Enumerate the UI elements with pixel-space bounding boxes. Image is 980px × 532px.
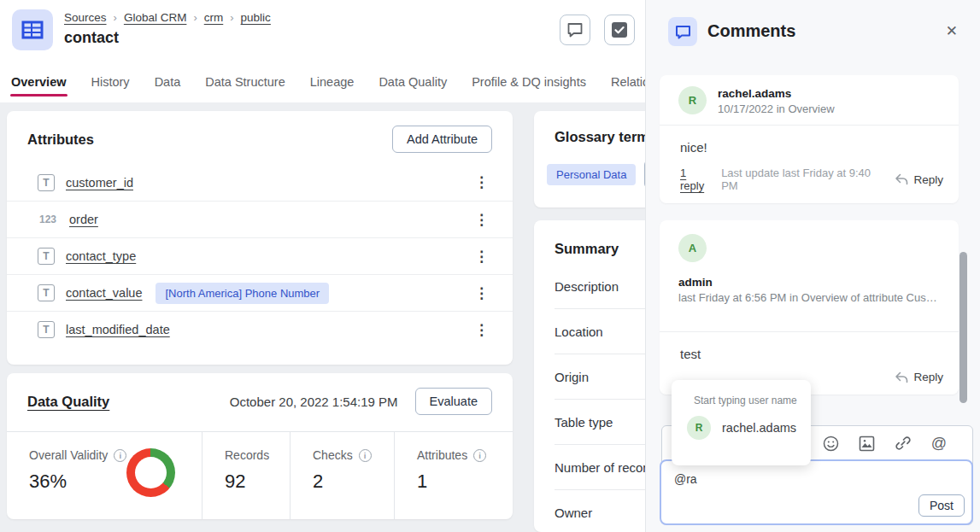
app-root: Sources › Global CRM › crm › public cont…	[0, 0, 980, 532]
attribute-row: T contact_value [North America] Phone Nu…	[7, 274, 513, 311]
reply-arrow-icon	[895, 371, 908, 383]
mention-hint: Start typing user name	[672, 380, 811, 406]
attributes-list: T customer_id ⋮ 123 order ⋮ T contact_ty…	[7, 164, 513, 348]
avatar: A	[678, 234, 707, 262]
avatar: R	[678, 86, 707, 114]
info-icon[interactable]: i	[473, 449, 486, 462]
kebab-menu-icon[interactable]: ⋮	[474, 213, 489, 227]
attribute-row: 123 order ⋮	[7, 201, 513, 237]
comment-meta: 10/17/2022 in Overview	[718, 102, 835, 115]
attribute-link[interactable]: order	[69, 213, 98, 226]
comment-body: nice!	[660, 126, 959, 155]
mention-option-name: rachel.adams	[722, 421, 796, 435]
comments-toggle-button[interactable]	[560, 15, 590, 45]
mention-option-rachel-adams[interactable]: R rachel.adams	[687, 416, 811, 440]
text-type-icon: T	[38, 174, 55, 191]
reply-button[interactable]: Reply	[895, 371, 943, 383]
comments-panel-title: Comments	[707, 21, 795, 41]
tab-bar: Overview History Data Data Structure Lin…	[0, 61, 645, 102]
number-type-icon: 123	[38, 213, 58, 225]
data-quality-timestamp: October 20, 2022 1:54:19 PM	[230, 395, 398, 409]
comment-bubble-icon	[675, 25, 691, 39]
comment-card: R rachel.adams 10/17/2022 in Overview ni…	[660, 75, 959, 203]
attribute-row: T customer_id ⋮	[7, 164, 513, 201]
image-icon[interactable]	[859, 436, 875, 452]
reply-arrow-icon	[895, 173, 908, 185]
attributes-card: Attributes Add Attribute T customer_id ⋮…	[7, 111, 513, 365]
post-button[interactable]: Post	[918, 494, 965, 517]
stat-label: Attributes	[417, 448, 467, 462]
attribute-row: T last_modified_date ⋮	[7, 311, 513, 348]
tab-overview[interactable]: Overview	[10, 63, 67, 101]
chevron-separator: ›	[230, 11, 233, 24]
comment-author: rachel.adams	[718, 86, 835, 100]
scrollbar-thumb[interactable]	[959, 252, 967, 403]
link-icon[interactable]	[895, 435, 912, 452]
data-quality-stats: Overall Validity i 36% Records 92 Checks	[7, 431, 513, 519]
glossary-term-tag[interactable]: [North America] Phone Number	[156, 283, 329, 304]
glossary-terms-title: Glossary terms	[555, 129, 657, 145]
stat-records: Records 92	[202, 432, 290, 519]
kebab-menu-icon[interactable]: ⋮	[474, 249, 489, 264]
table-asset-icon	[12, 9, 53, 50]
mention-dropdown: Start typing user name R rachel.adams	[672, 380, 811, 465]
tasks-toggle-button[interactable]	[604, 15, 635, 45]
reply-button[interactable]: Reply	[895, 173, 943, 186]
evaluate-button[interactable]: Evaluate	[415, 388, 492, 415]
chevron-separator: ›	[193, 11, 197, 24]
page-title: contact	[64, 29, 119, 47]
table-icon	[21, 20, 44, 39]
stat-value: 36%	[29, 471, 202, 493]
kebab-menu-icon[interactable]: ⋮	[474, 323, 489, 337]
tab-data-structure[interactable]: Data Structure	[204, 63, 286, 101]
tab-data-quality[interactable]: Data Quality	[378, 63, 448, 101]
breadcrumb-public[interactable]: public	[241, 11, 271, 24]
stat-value: 1	[417, 471, 513, 493]
chevron-separator: ›	[114, 11, 117, 24]
tab-profile-dq-insights[interactable]: Profile & DQ insights	[471, 63, 587, 101]
attribute-link[interactable]: last_modified_date	[66, 323, 170, 336]
tab-lineage[interactable]: Lineage	[309, 63, 355, 101]
stat-label: Checks	[313, 448, 353, 462]
avatar: R	[687, 416, 711, 440]
info-icon[interactable]: i	[359, 449, 372, 462]
stat-label: Records	[225, 448, 269, 462]
kebab-menu-icon[interactable]: ⋮	[474, 286, 489, 301]
stat-overall-validity: Overall Validity i 36%	[7, 432, 202, 519]
comments-panel: Comments ✕ R rachel.adams 10/17/2022 in …	[645, 0, 980, 532]
attributes-title: Attributes	[27, 132, 94, 148]
replies-link[interactable]: 1 reply	[680, 167, 713, 192]
info-icon[interactable]: i	[114, 449, 126, 462]
stat-value: 2	[313, 471, 394, 493]
glossary-term-tag[interactable]: Personal Data	[547, 164, 636, 185]
attribute-link[interactable]: customer_id	[66, 176, 133, 190]
attribute-link[interactable]: contact_type	[66, 249, 136, 263]
main-region: Sources › Global CRM › crm › public cont…	[0, 0, 645, 532]
kebab-menu-icon[interactable]: ⋮	[474, 175, 489, 190]
stat-label: Overall Validity	[29, 448, 108, 462]
stat-value: 92	[225, 471, 290, 493]
comment-body: test	[660, 332, 959, 361]
comment-input[interactable]: @ra Post	[660, 459, 973, 525]
breadcrumb-global-crm[interactable]: Global CRM	[124, 11, 187, 24]
comment-author: admin	[678, 275, 959, 289]
mention-icon[interactable]: @	[931, 435, 947, 453]
comment-bubble-icon	[566, 22, 584, 38]
task-check-icon	[611, 21, 628, 38]
data-quality-title-link[interactable]: Data Quality	[27, 394, 109, 410]
tab-data[interactable]: Data	[154, 63, 182, 101]
comment-meta: last Friday at 6:56 PM in Overview of at…	[678, 291, 938, 304]
breadcrumb: Sources › Global CRM › crm › public	[64, 11, 271, 24]
emoji-icon[interactable]	[823, 436, 839, 452]
breadcrumb-sources[interactable]: Sources	[64, 11, 107, 24]
comments-panel-icon	[668, 17, 697, 46]
add-attribute-button[interactable]: Add Attribute	[392, 126, 492, 153]
asset-header: Sources › Global CRM › crm › public cont…	[0, 0, 645, 61]
close-icon[interactable]: ✕	[946, 22, 958, 40]
reply-label: Reply	[913, 371, 943, 383]
tab-history[interactable]: History	[91, 63, 131, 101]
stat-checks: Checks i 2	[290, 432, 395, 519]
stat-attributes: Attributes i 1	[395, 432, 513, 519]
attribute-link[interactable]: contact_value	[66, 286, 142, 300]
breadcrumb-crm[interactable]: crm	[204, 11, 224, 24]
